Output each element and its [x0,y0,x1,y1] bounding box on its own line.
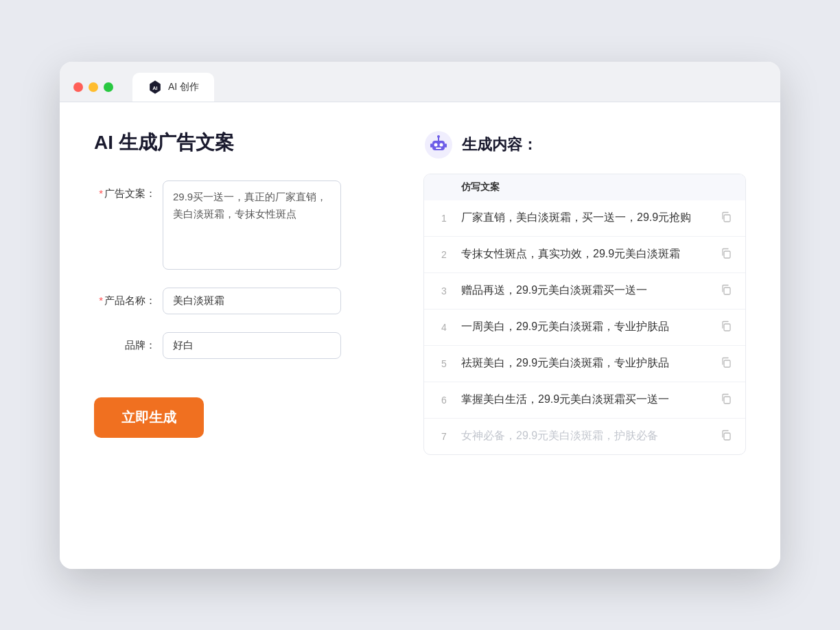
row-text: 赠品再送，29.9元美白淡斑霜买一送一 [461,283,710,298]
row-text: 掌握美白生活，29.9元美白淡斑霜买一送一 [461,393,710,407]
row-text: 一周美白，29.9元美白淡斑霜，专业护肤品 [461,320,710,334]
product-name-label: *产品名称： [94,288,156,307]
row-text: 女神必备，29.9元美白淡斑霜，护肤必备 [461,429,710,443]
brand-group: 品牌： [94,332,382,359]
brand-label: 品牌： [94,332,156,352]
right-panel: 生成内容： 仿写文案 1 厂家直销，美白淡斑霜，买一送一，29.9元抢购 2 专… [423,130,746,455]
copy-icon[interactable] [716,245,736,264]
copy-icon[interactable] [716,354,736,373]
svg-rect-12 [724,251,730,258]
result-row: 3 赠品再送，29.9元美白淡斑霜买一送一 [424,273,745,310]
svg-point-4 [434,143,438,146]
browser-tab[interactable]: AI AI 创作 [132,73,214,102]
result-row: 1 厂家直销，美白淡斑霜，买一送一，29.9元抢购 [424,200,745,237]
result-column-header: 仿写文案 [424,174,745,200]
svg-point-7 [437,135,440,138]
required-star-2: * [99,294,103,306]
result-row: 2 专抹女性斑点，真实功效，29.9元美白淡斑霜 [424,237,745,273]
row-text: 专抹女性斑点，真实功效，29.9元美白淡斑霜 [461,247,710,261]
row-text: 厂家直销，美白淡斑霜，买一送一，29.9元抢购 [461,211,710,225]
svg-rect-11 [724,215,730,222]
copy-icon[interactable] [716,281,736,301]
browser-window: AI AI 创作 AI 生成广告文案 *广告文案： 29.9买一送一，真正的厂家… [60,62,780,569]
ad-copy-textarea[interactable]: 29.9买一送一，真正的厂家直销，美白淡斑霜，专抹女性斑点 [163,180,341,270]
traffic-lights [73,82,113,92]
copy-icon[interactable] [716,390,736,410]
copy-icon[interactable] [716,209,736,228]
maximize-button[interactable] [104,82,113,92]
row-number: 7 [434,431,454,442]
row-number: 4 [434,322,454,333]
row-text: 祛斑美白，29.9元美白淡斑霜，专业护肤品 [461,356,710,371]
svg-rect-13 [724,288,730,294]
product-name-input[interactable] [163,288,341,314]
ai-tab-icon: AI [148,80,163,95]
tab-label: AI 创作 [168,81,199,93]
svg-rect-17 [724,433,730,440]
product-name-group: *产品名称： [94,288,382,314]
row-number: 3 [434,285,454,296]
ad-copy-label: *广告文案： [94,180,156,200]
left-panel: AI 生成广告文案 *广告文案： 29.9买一送一，真正的厂家直销，美白淡斑霜，… [94,130,382,455]
row-number: 1 [434,213,454,224]
result-row: 5 祛斑美白，29.9元美白淡斑霜，专业护肤品 [424,346,745,382]
close-button[interactable] [73,82,83,92]
generate-button[interactable]: 立即生成 [94,397,204,438]
main-layout: AI 生成广告文案 *广告文案： 29.9买一送一，真正的厂家直销，美白淡斑霜，… [94,130,746,455]
result-content-area: 仿写文案 1 厂家直销，美白淡斑霜，买一送一，29.9元抢购 2 专抹女性斑点，… [423,174,746,455]
result-rows: 1 厂家直销，美白淡斑霜，买一送一，29.9元抢购 2 专抹女性斑点，真实功效，… [424,200,745,454]
svg-rect-8 [430,143,432,148]
robot-icon [423,130,454,160]
minimize-button[interactable] [89,82,98,92]
copy-icon[interactable] [716,427,736,446]
result-row: 6 掌握美白生活，29.9元美白淡斑霜买一送一 [424,382,745,419]
result-row: 7 女神必备，29.9元美白淡斑霜，护肤必备 [424,419,745,454]
svg-rect-9 [445,143,447,148]
browser-titlebar: AI AI 创作 [60,62,780,102]
svg-rect-10 [436,148,441,149]
required-star: * [99,187,103,199]
row-number: 2 [434,249,454,260]
copy-icon[interactable] [716,318,736,337]
svg-rect-15 [724,360,730,367]
row-number: 6 [434,395,454,406]
row-number: 5 [434,358,454,369]
result-row: 4 一周美白，29.9元美白淡斑霜，专业护肤品 [424,310,745,346]
svg-text:AI: AI [152,84,157,91]
page-title: AI 生成广告文案 [94,130,382,156]
result-header: 生成内容： [423,130,746,160]
svg-rect-14 [724,324,730,331]
result-title: 生成内容： [462,135,537,155]
browser-content: AI 生成广告文案 *广告文案： 29.9买一送一，真正的厂家直销，美白淡斑霜，… [60,102,780,569]
ad-copy-group: *广告文案： 29.9买一送一，真正的厂家直销，美白淡斑霜，专抹女性斑点 [94,180,382,270]
svg-rect-16 [724,397,730,404]
brand-input[interactable] [163,332,341,359]
svg-point-5 [440,143,443,146]
